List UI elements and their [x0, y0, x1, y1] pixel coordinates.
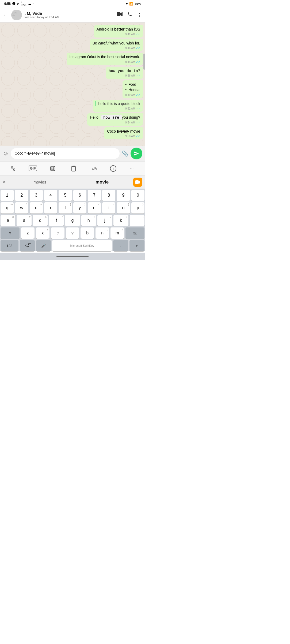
- key-t[interactable]: [t: [59, 202, 72, 214]
- key-q[interactable]: %q: [1, 202, 14, 214]
- message-row: hello this is a quote block 9:52 AM ✓✓: [2, 100, 143, 112]
- svg-rect-15: [135, 180, 139, 184]
- message-row: Android is better than iOS 9:42 AM ✓✓: [2, 25, 143, 38]
- message-input-box[interactable]: Coco *~Disney~* movie: [11, 148, 120, 159]
- key-e[interactable]: ~e: [30, 202, 43, 214]
- phone-icon[interactable]: [127, 12, 132, 18]
- more-toolbar-icon[interactable]: ···: [127, 163, 137, 174]
- scroll-handle[interactable]: [143, 54, 145, 70]
- home-indicator[interactable]: [56, 256, 89, 257]
- key-6[interactable]: 6: [73, 190, 86, 201]
- key-m[interactable]: /m: [110, 227, 124, 239]
- back-button[interactable]: ←: [3, 12, 9, 18]
- key-2[interactable]: 2: [15, 190, 28, 201]
- message-row: Ford Honda 9:49 AM ✓✓: [2, 80, 143, 98]
- key-a[interactable]: @a: [1, 215, 15, 226]
- gif-icon[interactable]: GIF: [29, 166, 37, 171]
- message-bubble: Hello, `how are`you doing? 9:54 AM ✓✓: [87, 113, 143, 126]
- wavy-icon[interactable]: [8, 163, 18, 174]
- status-right: ▾ 📶 39%: [126, 2, 141, 6]
- shift-key[interactable]: ⇧: [1, 227, 20, 239]
- mic-key[interactable]: 🎤: [36, 240, 51, 251]
- key-u[interactable]: <u: [88, 202, 101, 214]
- message-row: Be careful what you wish for. 9:44 AM ✓✓: [2, 39, 143, 51]
- key-c[interactable]: "c: [51, 227, 64, 239]
- backspace-key[interactable]: ⌫: [125, 227, 144, 239]
- language-icon[interactable]: aあ: [89, 163, 100, 174]
- key-s[interactable]: #s: [17, 215, 31, 226]
- status-bar: 9:58 🅑 ➤ 6KB/s ☁ • ▾ 📶 39%: [0, 0, 145, 8]
- number-switch-key[interactable]: 123: [1, 240, 18, 251]
- key-j[interactable]: =j: [97, 215, 112, 226]
- key-y[interactable]: ]y: [73, 202, 86, 214]
- message-text: how you do in?: [109, 69, 140, 73]
- svg-marker-16: [138, 181, 140, 184]
- svg-text:pic: pic: [13, 14, 15, 16]
- key-d[interactable]: &d: [33, 215, 48, 226]
- enter-key[interactable]: ↵: [129, 240, 144, 251]
- message-time: 9:58 AM: [125, 134, 135, 138]
- key-0[interactable]: 0: [131, 190, 144, 201]
- list-item: Ford: [125, 82, 140, 87]
- message-time: 9:44 AM: [125, 46, 135, 50]
- key-1[interactable]: 1: [1, 190, 14, 201]
- space-key[interactable]: Microsoft SwiftKey: [52, 240, 112, 251]
- key-r[interactable]: |r: [44, 202, 57, 214]
- key-7[interactable]: 7: [88, 190, 101, 201]
- key-v[interactable]: 'v: [66, 227, 79, 239]
- key-f[interactable]: *f: [49, 215, 64, 226]
- svg-rect-11: [72, 166, 75, 171]
- suggestion-item-movie[interactable]: movie: [71, 179, 133, 185]
- key-n[interactable]: ;n: [96, 227, 109, 239]
- svg-point-10: [53, 167, 54, 168]
- sticker-icon[interactable]: [47, 163, 58, 174]
- key-l[interactable]: )l: [130, 215, 144, 226]
- message-bubble: how you do in? 9:46 AM ✓✓: [106, 67, 143, 79]
- period-key[interactable]: .: [113, 240, 128, 251]
- key-k[interactable]: (k: [113, 215, 128, 226]
- emoji-keyboard-button[interactable]: ☺͡: [20, 240, 35, 251]
- video-app-icon[interactable]: [133, 178, 142, 187]
- key-9[interactable]: 9: [117, 190, 130, 201]
- key-8[interactable]: 8: [102, 190, 115, 201]
- key-i[interactable]: >i: [102, 202, 115, 214]
- key-w[interactable]: ^w: [15, 202, 28, 214]
- attach-button[interactable]: 📎: [122, 150, 128, 157]
- suggestion-item-movies[interactable]: movies: [9, 180, 71, 184]
- key-h[interactable]: +h: [81, 215, 96, 226]
- video-call-icon[interactable]: [117, 12, 123, 18]
- key-o[interactable]: {o: [117, 202, 130, 214]
- key-b[interactable]: :b: [81, 227, 94, 239]
- read-ticks: ✓✓: [136, 46, 140, 50]
- key-p[interactable]: }p: [131, 202, 144, 214]
- key-5[interactable]: 5: [59, 190, 72, 201]
- read-ticks: ✓✓: [136, 33, 140, 36]
- svg-point-9: [52, 167, 52, 168]
- network-speed: 6KB/s: [21, 1, 26, 6]
- read-ticks: ✓✓: [136, 74, 140, 78]
- more-options-icon[interactable]: ⋮: [137, 12, 142, 18]
- message-bubble: hello this is a quote block 9:52 AM ✓✓: [93, 100, 143, 112]
- key-z[interactable]: -z: [21, 227, 35, 239]
- send-button[interactable]: [131, 148, 142, 159]
- message-time: 9:46 AM: [125, 74, 135, 78]
- key-4[interactable]: 4: [44, 190, 57, 201]
- message-time: 9:54 AM: [125, 121, 135, 125]
- svg-line-7: [13, 167, 14, 170]
- clipboard-icon[interactable]: [68, 163, 79, 174]
- emoji-button[interactable]: ☺: [3, 150, 9, 157]
- message-row: Instagram Orkut is the best social netwo…: [2, 53, 143, 65]
- suggestion-close-button[interactable]: ×: [3, 179, 6, 185]
- header-info: . M, Voda last seen today at 7:54 AM: [25, 11, 114, 19]
- key-g[interactable]: -g: [65, 215, 80, 226]
- contact-name: . M, Voda: [25, 11, 114, 16]
- key-x[interactable]: $x: [36, 227, 49, 239]
- message-row: Hello, `how are`you doing? 9:54 AM ✓✓: [2, 113, 143, 126]
- read-ticks: ✓✓: [136, 121, 140, 125]
- key-row-3: ⇧ -z $x "c 'v :b ;n /m ⌫: [1, 227, 144, 239]
- key-3[interactable]: 3: [30, 190, 43, 201]
- info-icon[interactable]: i: [110, 165, 116, 172]
- message-text: Be careful what you wish for.: [93, 41, 140, 45]
- status-time: 9:58: [4, 2, 11, 6]
- cloud-icon: ☁: [28, 2, 31, 6]
